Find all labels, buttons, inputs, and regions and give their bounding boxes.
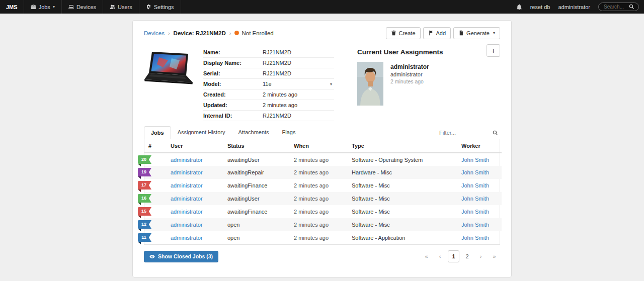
field-value: 2 minutes ago [263,91,297,98]
tab-assignment-history[interactable]: Assignment History [171,126,232,139]
breadcrumb-devices-link[interactable]: Devices [144,30,165,36]
show-closed-jobs-button[interactable]: Show Closed Jobs (3) [144,251,218,262]
global-search [598,3,639,11]
job-user-link[interactable]: administrator [171,209,203,215]
job-user-link[interactable]: administrator [171,182,203,189]
job-id-badge[interactable]: 16 [138,194,151,203]
column-header: When [290,139,348,153]
job-user-link[interactable]: administrator [171,157,203,163]
generate-button[interactable]: Generate▾ [453,27,500,39]
job-user-link[interactable]: administrator [171,235,203,241]
job-when: 2 minutes ago [290,231,348,244]
pagination-item[interactable]: › [475,250,487,262]
pagination-item[interactable]: » [489,250,500,262]
bell-icon[interactable] [516,4,522,10]
nav-item-devices[interactable]: Devices [61,0,103,14]
user-menu[interactable]: administrator [558,4,590,10]
field-value: 2 minutes ago [263,102,297,108]
job-worker-link[interactable]: John Smith [461,182,489,189]
job-worker-link[interactable]: John Smith [461,196,489,202]
laptop-icon [68,4,74,10]
pagination-item[interactable]: « [421,250,432,262]
status-label: Not Enrolled [242,30,273,36]
device-field-row: Created:2 minutes ago [203,89,334,100]
job-id-badge[interactable]: 19 [138,168,151,176]
pagination-item[interactable]: 1 [448,250,459,262]
button-label: Create [399,30,416,36]
nav-item-users[interactable]: Users [103,0,139,14]
user-avatar [357,62,383,106]
job-worker-link[interactable]: John Smith [461,157,489,163]
job-worker-link[interactable]: John Smith [461,222,489,228]
ribbon-fold-icon [138,203,141,205]
filter-input[interactable] [438,129,489,136]
column-header: Status [223,139,290,153]
device-field-row: Serial:RJ21NM2D [203,68,334,79]
search-input[interactable] [603,4,627,10]
jobs-header-row: #UserStatusWhenTypeWorker [144,139,502,153]
job-worker-link[interactable]: John Smith [461,235,489,241]
job-when: 2 minutes ago [290,192,348,205]
device-field-row[interactable]: Model:11e▾ [203,79,334,89]
job-id-badge[interactable]: 20 [138,155,151,164]
reset-db-link[interactable]: reset db [530,4,550,10]
assignments-header: Current User Assignments + [357,44,500,57]
ribbon-fold-icon [138,176,141,179]
pagination-item[interactable]: 2 [461,250,473,262]
job-status: awaitingFinance [223,205,290,218]
job-type: Software - Misc [348,218,457,231]
job-id-badge[interactable]: 12 [138,220,151,229]
field-label: Display Name: [203,60,263,66]
button-label: Add [436,30,446,36]
job-user-link[interactable]: administrator [171,169,203,175]
ribbon-fold-icon [138,229,141,231]
action-buttons: CreateAddGenerate▾ [386,27,501,39]
assigned-user[interactable]: administrator administrator 2 minutes ag… [357,62,500,106]
create-button[interactable]: Create [386,27,421,39]
job-user-link[interactable]: administrator [171,222,203,228]
nav-item-jobs[interactable]: Jobs▾ [24,0,61,14]
job-id-badge[interactable]: 15 [138,207,151,216]
field-label: Updated: [203,102,263,108]
eye-icon [149,254,155,259]
device-fields: Name:RJ21NM2DDisplay Name:RJ21NM2DSerial… [203,47,334,121]
pagination-item[interactable]: ‹ [434,250,446,262]
app-logo: JMS [0,0,24,14]
assigned-user-time: 2 minutes ago [390,78,429,84]
job-user-link[interactable]: administrator [171,196,203,202]
device-field-row: Display Name:RJ21NM2D [203,58,334,68]
add-button[interactable]: Add [423,27,451,39]
job-status: open [223,218,290,231]
navbar-items: Jobs▾DevicesUsersSettings [24,0,181,14]
field-label: Serial: [203,70,263,76]
caret-down-icon: ▾ [330,82,334,86]
job-type: Software - Misc [348,179,457,192]
caret-down-icon: ▾ [493,31,495,35]
briefcase-icon [31,4,36,10]
job-row: 16administratorawaitingUser2 minutes ago… [144,192,502,205]
field-label: Internal ID: [203,113,263,119]
file-icon [458,30,464,36]
job-when: 2 minutes ago [290,153,348,166]
job-type: Software - Misc [348,205,457,218]
gear-icon [146,4,151,10]
job-row: 12administratoropen2 minutes agoSoftware… [144,218,502,231]
job-worker-link[interactable]: John Smith [461,169,489,175]
tab-flags[interactable]: Flags [276,126,302,139]
tab-attachments[interactable]: Attachments [231,126,275,139]
ribbon-fold-icon [138,164,141,166]
column-header: Worker [457,139,502,153]
search-icon[interactable] [493,130,498,136]
job-status: awaitingFinance [223,179,290,192]
add-assignment-button[interactable]: + [487,44,500,57]
search-icon[interactable] [629,4,634,10]
job-worker-link[interactable]: John Smith [461,209,489,215]
job-id-badge[interactable]: 11 [138,233,151,242]
nav-item-settings[interactable]: Settings [139,0,181,14]
job-id-badge[interactable]: 17 [138,181,151,190]
nav-item-label: Settings [154,4,174,10]
job-status: awaitingUser [223,153,290,166]
tab-jobs[interactable]: Jobs [144,126,171,139]
ribbon-fold-icon [138,242,141,244]
assigned-user-info: administrator administrator 2 minutes ag… [390,62,429,106]
